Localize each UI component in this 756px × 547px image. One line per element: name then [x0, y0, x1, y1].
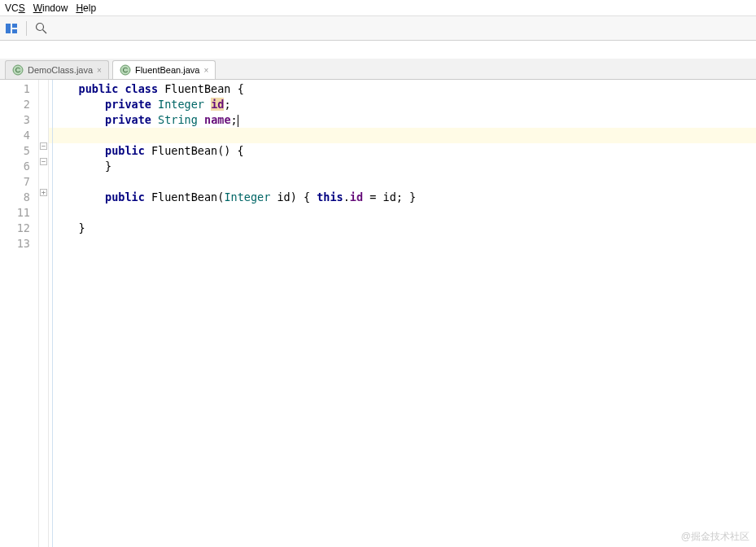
- code-line[interactable]: [49, 205, 756, 221]
- watermark: @掘金技术社区: [681, 530, 749, 544]
- toolbar: [0, 16, 756, 41]
- code-line[interactable]: [49, 174, 756, 190]
- fold-collapse-icon[interactable]: −: [40, 142, 47, 150]
- text-cursor: [238, 115, 238, 127]
- svg-rect-2: [12, 29, 17, 33]
- svg-rect-1: [12, 24, 17, 28]
- code-line[interactable]: public FluentBean() {: [49, 143, 756, 159]
- code-line[interactable]: }: [49, 159, 756, 174]
- project-icon[interactable]: [5, 22, 18, 35]
- fold-collapse-icon[interactable]: −: [40, 158, 47, 165]
- menu-vcs[interactable]: VCS: [5, 2, 25, 14]
- code-line[interactable]: public FluentBean(Integer id) { this.id …: [49, 190, 756, 205]
- tab-fluentbean[interactable]: C FluentBean.java ×: [112, 60, 216, 79]
- close-icon[interactable]: ×: [97, 66, 102, 75]
- tab-label: FluentBean.java: [135, 65, 200, 75]
- svg-point-3: [37, 23, 44, 30]
- menu-bar: VCS Window Help: [0, 0, 756, 16]
- menu-window[interactable]: Window: [33, 2, 68, 14]
- code-editor[interactable]: 1 2 3 4 5 6 7 8 11 12 13 − − + public cl…: [0, 80, 756, 547]
- code-area[interactable]: public class FluentBean { private Intege…: [49, 80, 756, 547]
- svg-line-4: [43, 29, 47, 33]
- code-line[interactable]: public class FluentBean {: [49, 81, 756, 97]
- svg-text:C: C: [123, 66, 129, 74]
- svg-text:C: C: [15, 66, 21, 74]
- line-gutter: 1 2 3 4 5 6 7 8 11 12 13: [0, 80, 39, 547]
- tab-democlass[interactable]: C DemoClass.java ×: [5, 60, 109, 79]
- menu-help[interactable]: Help: [76, 2, 96, 14]
- code-line[interactable]: private Integer id;: [49, 97, 756, 112]
- code-line[interactable]: private String name;: [49, 112, 756, 128]
- java-class-icon: C: [120, 64, 131, 76]
- tab-label: DemoClass.java: [28, 65, 93, 75]
- search-icon[interactable]: [35, 22, 48, 35]
- java-class-icon: C: [12, 64, 24, 76]
- fold-gutter: − − +: [39, 80, 49, 547]
- code-line[interactable]: }: [49, 221, 756, 236]
- margin-line: [52, 80, 53, 547]
- code-line-current[interactable]: [49, 128, 756, 143]
- code-line[interactable]: [49, 236, 756, 252]
- fold-expand-icon[interactable]: +: [40, 189, 47, 196]
- tab-gap: [0, 41, 756, 59]
- svg-rect-0: [6, 24, 11, 33]
- close-icon[interactable]: ×: [203, 66, 208, 75]
- toolbar-separator: [26, 21, 27, 36]
- editor-tabs: C DemoClass.java × C FluentBean.java ×: [0, 59, 756, 80]
